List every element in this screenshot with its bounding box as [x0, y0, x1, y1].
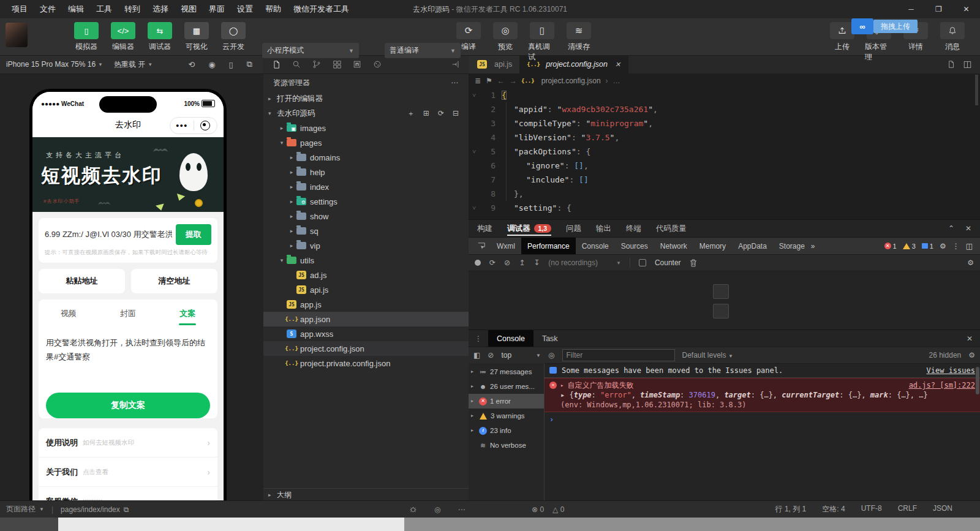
inspect-element-icon[interactable] — [477, 242, 486, 250]
load-profile-icon[interactable]: ↥ — [519, 258, 525, 267]
minimize-button[interactable]: ─ — [897, 0, 925, 18]
extract-button[interactable]: 提取 — [176, 224, 211, 245]
devtools-tab-AppData[interactable]: AppData — [732, 238, 773, 254]
open-editors-section[interactable]: ▸打开的编辑器 — [263, 91, 469, 106]
bookmark-icon[interactable]: ⚑ — [486, 77, 492, 85]
record-button-icon[interactable] — [713, 284, 729, 299]
close-miniprogram-icon[interactable] — [194, 121, 217, 130]
bug-icon[interactable] — [409, 505, 417, 514]
record-screen-icon[interactable]: ◉ — [208, 59, 215, 69]
more-menu-icon[interactable]: ●●● — [170, 122, 194, 129]
dock-side-icon[interactable]: ◫ — [966, 242, 973, 250]
clear-icon[interactable]: ⊘ — [504, 258, 510, 267]
paste-address-button[interactable]: 粘贴地址 — [39, 269, 125, 293]
tree-item-settings[interactable]: ▸⚙settings — [263, 194, 469, 209]
collapse-panel-icon[interactable]: ⌃ — [948, 224, 954, 233]
console-tab-Console[interactable]: Console — [488, 330, 533, 347]
tree-item-sq[interactable]: ▸sq — [263, 224, 469, 238]
copy-caption-button[interactable]: 复制文案 — [46, 393, 210, 418]
error-detail[interactable]: ▸ {type: "error", timeStamp: 370619, tar… — [549, 390, 975, 400]
result-tab-文案[interactable]: 文案 — [158, 308, 217, 319]
menu-转到[interactable]: 转到 — [119, 1, 146, 17]
log-levels-select[interactable]: Default levels ▼ — [682, 351, 733, 360]
toolbar-button-编译[interactable]: ⟳编译 — [454, 22, 483, 62]
toolbar-button-可视化[interactable]: ▦可视化 — [183, 22, 211, 52]
explorer-more-icon[interactable]: ⋯ — [451, 78, 459, 87]
settings-gear-icon[interactable]: ⚙ — [967, 258, 974, 267]
fold-icon[interactable] — [469, 173, 480, 187]
close-panel-icon[interactable]: ✕ — [965, 224, 971, 233]
overflow-tabs-icon[interactable]: » — [811, 242, 815, 250]
fold-icon[interactable] — [469, 116, 480, 130]
devtools-message-count[interactable]: 1 — [922, 243, 933, 250]
source-control-icon[interactable] — [312, 60, 321, 69]
list-item-关于我们[interactable]: 关于我们点击查看› — [39, 458, 217, 487]
page-path-group[interactable]: 页面路径 ▼| pages/index/index ⧉ — [0, 504, 129, 514]
tree-item-pages[interactable]: ▾pages — [263, 135, 469, 150]
console-settings-icon[interactable]: ⚙ — [968, 351, 975, 360]
problem-counts[interactable]: ⊗ 0 △ 0 — [532, 505, 564, 514]
tree-item-app.wxss[interactable]: Sapp.wxss — [263, 326, 469, 341]
counter-checkbox[interactable] — [639, 259, 646, 266]
live-expression-icon[interactable]: ◎ — [548, 351, 554, 360]
maximize-button[interactable]: ❐ — [925, 0, 952, 18]
tree-item-project.private.config.json[interactable]: {..}project.private.config.json — [263, 356, 469, 371]
debugger-tab-代码质量[interactable]: 代码质量 — [656, 220, 687, 237]
clear-address-button[interactable]: 清空地址 — [131, 269, 217, 293]
fold-icon[interactable] — [469, 102, 480, 116]
code-area[interactable]: ˅1{2"appid": "wxad9cb302c735a261",3"comp… — [469, 88, 980, 215]
share-link-input[interactable]: 6.99 ZZm:/ J@I.Vl 03/30 用交警老洪 — [45, 229, 172, 240]
toolbar-button-真机调试[interactable]: ▯真机调试 — [528, 22, 556, 62]
float-window-icon[interactable]: ⧉ — [247, 59, 252, 69]
reload-button-icon[interactable] — [713, 304, 729, 318]
tree-item-app.json[interactable]: {..}app.json — [263, 312, 469, 326]
search-icon[interactable] — [292, 60, 301, 69]
tree-item-utils[interactable]: ▾utils — [263, 253, 469, 268]
fold-icon[interactable]: ˅ — [469, 88, 480, 102]
outline-list-icon[interactable]: ≣ — [475, 77, 481, 85]
close-tab-icon[interactable]: ✕ — [615, 61, 620, 69]
fold-icon[interactable] — [469, 187, 480, 201]
new-folder-icon[interactable]: ⊞ — [423, 108, 429, 119]
menu-项目[interactable]: 项目 — [6, 1, 33, 17]
menu-微信开发者工具[interactable]: 微信开发者工具 — [288, 1, 355, 17]
trash-icon[interactable] — [690, 259, 697, 267]
collapse-folders-icon[interactable]: ⊟ — [453, 108, 459, 119]
device-frame-icon[interactable]: ▯ — [229, 59, 233, 69]
drawer-menu-icon[interactable]: ⋮ — [469, 334, 488, 343]
debugger-tab-问题[interactable]: 问题 — [566, 220, 581, 237]
console-filter-23 info[interactable]: ▸i23 info — [469, 423, 544, 438]
console-sidebar-toggle-icon[interactable]: ◧ — [473, 351, 480, 360]
debugger-tab-输出[interactable]: 输出 — [596, 220, 611, 237]
nav-forward-icon[interactable]: → — [510, 77, 517, 85]
tree-item-index[interactable]: ▸index — [263, 179, 469, 194]
result-tab-视频[interactable]: 视频 — [39, 308, 98, 319]
user-avatar[interactable] — [6, 23, 28, 47]
devtools-tab-Storage[interactable]: Storage — [773, 238, 811, 254]
list-item-使用说明[interactable]: 使用说明如何去短视频水印› — [39, 428, 217, 458]
view-issues-link[interactable]: View issues — [927, 366, 975, 375]
status-JSON[interactable]: JSON — [933, 504, 952, 514]
editor-scrollbar[interactable] — [975, 75, 978, 105]
menu-视图[interactable]: 视图 — [175, 1, 202, 17]
toolbar-button-云开发[interactable]: ◯云开发 — [219, 22, 247, 52]
console-filter-27 messages[interactable]: ▸≔27 messages — [469, 364, 544, 379]
refresh-explorer-icon[interactable]: ⟳ — [438, 108, 444, 119]
recordings-select[interactable]: (no recordings)▼ — [548, 258, 621, 267]
expand-arrow-icon[interactable]: ▸ — [560, 380, 564, 390]
tree-item-help[interactable]: ▸help — [263, 165, 469, 179]
status--4[interactable]: 空格: 4 — [822, 504, 845, 514]
menu-工具[interactable]: 工具 — [91, 1, 118, 17]
menu-设置[interactable]: 设置 — [232, 1, 258, 17]
close-console-icon[interactable]: ✕ — [967, 334, 980, 343]
console-prompt[interactable]: › — [545, 412, 980, 427]
fold-icon[interactable]: ˅ — [469, 145, 480, 159]
console-clear-icon[interactable]: ⊘ — [488, 351, 494, 360]
mode-select[interactable]: 小程序模式▼ — [262, 43, 359, 58]
console-tab-Task[interactable]: Task — [533, 330, 567, 347]
toolbar-button-调试器[interactable]: ⇆调试器 — [146, 22, 174, 52]
devtools-settings-icon[interactable]: ⚙ — [940, 242, 946, 250]
context-select[interactable]: top▼ — [501, 351, 541, 360]
status-CRLF[interactable]: CRLF — [898, 504, 917, 514]
devtools-tab-Sources[interactable]: Sources — [615, 238, 654, 254]
